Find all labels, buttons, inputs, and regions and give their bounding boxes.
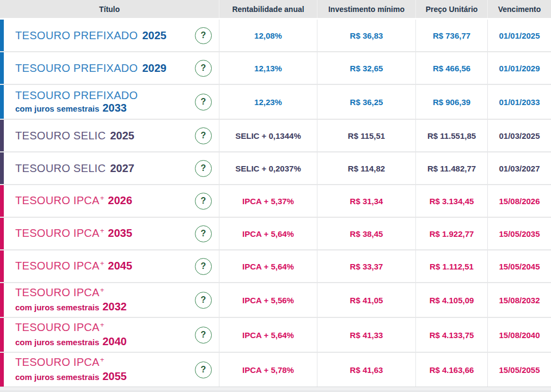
title-sub: com juros semestrais: [15, 371, 99, 383]
help-icon[interactable]: ?: [195, 292, 212, 309]
title-year-inline: 2035: [108, 227, 132, 239]
cell-vencimento: 01/01/2033: [487, 85, 551, 119]
bond-color-bar: [0, 250, 4, 282]
cell-preco: R$ 4.105,09: [415, 283, 487, 317]
bond-color-bar: [0, 218, 4, 249]
cell-titulo: TESOURO PREFIXADO 2029 ?: [0, 52, 219, 84]
title-name: TESOURO IPCA: [15, 321, 100, 333]
help-icon[interactable]: ?: [195, 27, 212, 44]
bond-title: TESOURO PREFIXADO com juros semestrais 2…: [15, 89, 138, 115]
cell-preco: R$ 466,56: [415, 52, 487, 84]
bond-color-bar: [0, 283, 4, 317]
cell-vencimento: 01/03/2025: [487, 120, 551, 151]
bond-title: TESOURO IPCA+ com juros semestrais 2032: [15, 286, 127, 314]
cell-preco: R$ 1.112,51: [415, 250, 487, 282]
cell-vencimento: 15/08/2040: [487, 318, 551, 352]
title-name: TESOURO IPCA: [15, 260, 100, 272]
title-name: TESOURO SELIC: [15, 130, 106, 142]
cell-vencimento: 15/05/2055: [487, 353, 551, 387]
bond-title: TESOURO SELIC 2025: [15, 130, 134, 142]
cell-titulo: TESOURO IPCA+ 2035 ?: [0, 218, 219, 249]
cell-investimento: R$ 33,37: [317, 250, 415, 282]
title-line1: TESOURO SELIC 2025: [15, 130, 134, 142]
table-row[interactable]: TESOURO PREFIXADO com juros semestrais 2…: [0, 85, 551, 119]
title-name: TESOURO SELIC: [15, 162, 106, 174]
help-icon[interactable]: ?: [195, 362, 212, 378]
help-icon[interactable]: ?: [195, 94, 212, 111]
bond-color-bar: [0, 318, 4, 352]
bond-title: TESOURO IPCA+ com juros semestrais 2055: [15, 356, 127, 383]
table-row[interactable]: TESOURO IPCA+ 2026 ? IPCA + 5,37% R$ 31,…: [0, 185, 551, 217]
title-line1: TESOURO IPCA+ 2045: [15, 260, 132, 273]
table-row[interactable]: TESOURO IPCA+ com juros semestrais 2055 …: [0, 353, 551, 387]
cell-rentabilidade: IPCA + 5,78%: [219, 353, 317, 387]
cell-rentabilidade: IPCA + 5,64%: [219, 218, 317, 249]
table-row[interactable]: TESOURO IPCA+ com juros semestrais 2040 …: [0, 318, 551, 352]
title-name: TESOURO PREFIXADO: [15, 89, 138, 101]
table-row[interactable]: TESOURO IPCA+ 2035 ? IPCA + 5,64% R$ 38,…: [0, 218, 551, 249]
help-icon-text: ?: [201, 163, 206, 173]
bond-title: TESOURO SELIC 2027: [15, 162, 134, 174]
help-icon-text: ?: [201, 196, 206, 206]
cell-preco: R$ 1.922,77: [415, 218, 487, 249]
help-icon[interactable]: ?: [195, 258, 212, 275]
cell-vencimento: 01/03/2027: [487, 152, 551, 184]
title-sup: +: [100, 354, 105, 366]
help-icon-text: ?: [201, 295, 206, 305]
cell-titulo: TESOURO SELIC 2025 ?: [0, 120, 219, 151]
title-line2: com juros semestrais 2055: [15, 370, 127, 383]
bond-color-bar: [0, 120, 4, 151]
bond-color-bar: [0, 52, 4, 84]
title-year-line2: 2033: [102, 102, 127, 114]
table-row[interactable]: TESOURO SELIC 2025 ? SELIC + 0,1344% R$ …: [0, 120, 551, 151]
title-sup: +: [100, 192, 105, 204]
cell-investimento: R$ 36,25: [317, 85, 415, 119]
title-name: TESOURO PREFIXADO: [15, 62, 138, 74]
bond-color-bar: [0, 85, 4, 119]
help-icon[interactable]: ?: [195, 160, 212, 177]
cell-preco: R$ 736,77: [415, 20, 487, 51]
table-row[interactable]: TESOURO IPCA+ 2045 ? IPCA + 5,64% R$ 33,…: [0, 250, 551, 282]
title-year-line2: 2032: [102, 301, 127, 313]
cell-preco: R$ 4.133,75: [415, 318, 487, 352]
table-row[interactable]: TESOURO SELIC 2027 ? SELIC + 0,2037% R$ …: [0, 152, 551, 184]
help-icon[interactable]: ?: [195, 225, 212, 242]
title-line1: TESOURO PREFIXADO 2029: [15, 62, 167, 74]
title-sup: +: [100, 225, 105, 237]
title-year-line2: 2040: [102, 335, 127, 347]
title-year-inline: 2045: [108, 260, 132, 272]
cell-rentabilidade: 12,13%: [219, 52, 317, 84]
help-icon-text: ?: [201, 63, 206, 73]
help-icon-text: ?: [201, 131, 206, 140]
table-rows: TESOURO PREFIXADO 2025 ? 12,08% R$ 36,83…: [0, 20, 551, 387]
bond-color-bar: [0, 185, 4, 217]
title-year-line2: 2055: [102, 370, 127, 382]
cell-investimento: R$ 41,63: [317, 353, 415, 387]
cell-investimento: R$ 38,45: [317, 218, 415, 249]
table-row[interactable]: TESOURO PREFIXADO 2025 ? 12,08% R$ 36,83…: [0, 20, 551, 51]
help-icon-text: ?: [201, 30, 206, 40]
cell-investimento: R$ 114,82: [317, 152, 415, 184]
help-icon-text: ?: [201, 330, 206, 340]
title-year-inline: 2025: [142, 29, 167, 41]
title-name: TESOURO PREFIXADO: [15, 29, 138, 41]
cell-vencimento: 15/08/2032: [487, 283, 551, 317]
title-year-inline: 2026: [108, 194, 132, 206]
help-icon[interactable]: ?: [195, 60, 212, 77]
help-icon-text: ?: [201, 97, 206, 107]
title-name: TESOURO IPCA: [15, 286, 100, 298]
cell-preco: R$ 4.163,66: [415, 353, 487, 387]
cell-preco: R$ 3.134,45: [415, 185, 487, 217]
cell-rentabilidade: SELIC + 0,1344%: [219, 120, 317, 151]
help-icon-text: ?: [201, 261, 206, 271]
cell-titulo: TESOURO IPCA+ com juros semestrais 2040 …: [0, 318, 219, 352]
table-row[interactable]: TESOURO IPCA+ com juros semestrais 2032 …: [0, 283, 551, 317]
help-icon[interactable]: ?: [195, 193, 212, 210]
help-icon[interactable]: ?: [195, 327, 212, 344]
title-year-inline: 2029: [142, 62, 167, 74]
title-line2: com juros semestrais 2032: [15, 301, 127, 314]
page-background-strip: [0, 387, 551, 392]
table-row[interactable]: TESOURO PREFIXADO 2029 ? 12,13% R$ 32,65…: [0, 52, 551, 84]
help-icon[interactable]: ?: [195, 127, 212, 144]
cell-titulo: TESOURO PREFIXADO com juros semestrais 2…: [0, 85, 219, 119]
